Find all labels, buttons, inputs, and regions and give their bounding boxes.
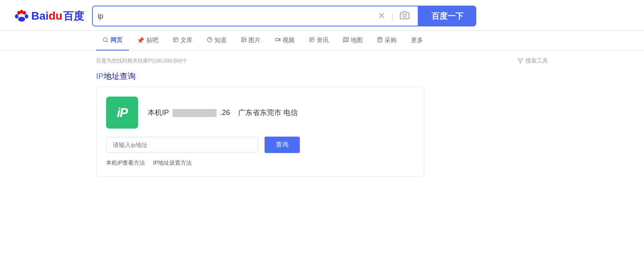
filter-icon [518, 58, 523, 64]
svg-point-4 [23, 11, 26, 15]
svg-point-2 [25, 14, 28, 19]
camera-icon[interactable] [400, 10, 409, 22]
tab-tieba[interactable]: 📌 贴吧 [130, 31, 165, 50]
svg-rect-16 [275, 38, 279, 41]
logo-bai-text: Bai [31, 10, 49, 22]
tab-video[interactable]: 视频 [269, 31, 301, 50]
logo-du-text: du [49, 10, 62, 22]
svg-line-8 [106, 41, 108, 42]
ip-query-button[interactable]: 查询 [265, 137, 300, 153]
search-input[interactable] [98, 12, 378, 20]
ip-details: 本机IP .26 广东省东莞市 电信 [148, 108, 298, 117]
tieba-icon: 📌 [137, 37, 144, 44]
ip-suffix: .26 [220, 109, 230, 117]
search-input-area: ✕ | [93, 6, 418, 26]
svg-point-6 [403, 14, 406, 17]
ip-card: iP 本机IP .26 广东省东莞市 电信 查询 本机IP查看方法 IP地址设置… [96, 87, 424, 177]
logo-cn-text: 百度 [63, 9, 84, 23]
svg-point-3 [17, 11, 20, 15]
svg-marker-22 [343, 37, 349, 42]
main-content: 百度为您找到相关结果约100,000,000个 搜索工具 IP地址查询 iP 本… [0, 51, 644, 183]
svg-marker-17 [279, 38, 280, 41]
search-tools[interactable]: 搜索工具 [518, 57, 548, 64]
ip-query-row: 查询 [106, 137, 414, 153]
svg-point-15 [243, 38, 243, 39]
ip-title-prefix: IP [96, 72, 104, 81]
webpage-icon [102, 37, 108, 44]
ip-link-2[interactable]: IP地址设置方法 [153, 159, 192, 167]
tab-images[interactable]: 图片 [235, 31, 267, 50]
tab-shopping[interactable]: 采购 [371, 31, 403, 50]
divider: | [391, 12, 393, 21]
tab-more[interactable]: 更多 [405, 31, 429, 50]
clear-icon[interactable]: ✕ [378, 11, 385, 21]
tab-zhidao[interactable]: 知道 [201, 31, 233, 50]
svg-rect-9 [174, 38, 178, 42]
nav-tabs: 网页 📌 贴吧 文库 知道 图片 视频 资讯 [0, 31, 644, 51]
wenku-icon [173, 37, 179, 44]
tab-wenku[interactable]: 文库 [167, 31, 199, 50]
header: Baidu 百度 ✕ | 百度一下 [0, 0, 644, 31]
baidu-paw-icon [13, 7, 30, 25]
svg-point-7 [103, 37, 107, 41]
ip-location: 广东省东莞市 电信 [238, 109, 298, 117]
ip-links: 本机IP查看方法 IP地址设置方法 [106, 159, 414, 167]
search-button[interactable]: 百度一下 [419, 6, 476, 26]
zhidao-icon [207, 37, 213, 44]
map-icon [343, 37, 349, 44]
search-bar-container: ✕ | 百度一下 [92, 6, 476, 26]
tab-news[interactable]: 资讯 [303, 31, 335, 50]
video-icon [275, 37, 281, 44]
search-icons: ✕ | [378, 10, 413, 22]
ip-query-input[interactable] [106, 137, 258, 153]
svg-point-5 [20, 10, 23, 14]
result-stats-text: 百度为您找到相关结果约100,000,000个 [96, 57, 187, 64]
tab-webpage[interactable]: 网页 [96, 31, 129, 50]
tab-map[interactable]: 地图 [337, 31, 369, 50]
shopping-icon [377, 37, 383, 44]
ip-logo: iP [106, 97, 138, 129]
ip-title-suffix: 地址查询 [104, 72, 136, 81]
logo-area: Baidu 百度 [12, 7, 84, 25]
local-ip-label: 本机IP [148, 109, 169, 117]
result-title: IP地址查询 [96, 71, 548, 82]
ip-title-link[interactable]: IP地址查询 [96, 72, 136, 81]
images-icon [241, 37, 247, 44]
search-tools-label: 搜索工具 [526, 57, 548, 64]
ip-link-1[interactable]: 本机IP查看方法 [106, 159, 145, 167]
ip-address-blurred [173, 109, 217, 117]
svg-point-1 [15, 14, 18, 19]
result-stats-row: 百度为您找到相关结果约100,000,000个 搜索工具 [96, 57, 548, 64]
search-bar-wrapper: ✕ | [92, 6, 419, 26]
svg-point-0 [18, 17, 25, 22]
svg-marker-26 [518, 59, 523, 63]
baidu-logo: Baidu 百度 [12, 7, 84, 25]
ip-info-row: iP 本机IP .26 广东省东莞市 电信 [106, 97, 414, 129]
news-icon [309, 37, 315, 44]
